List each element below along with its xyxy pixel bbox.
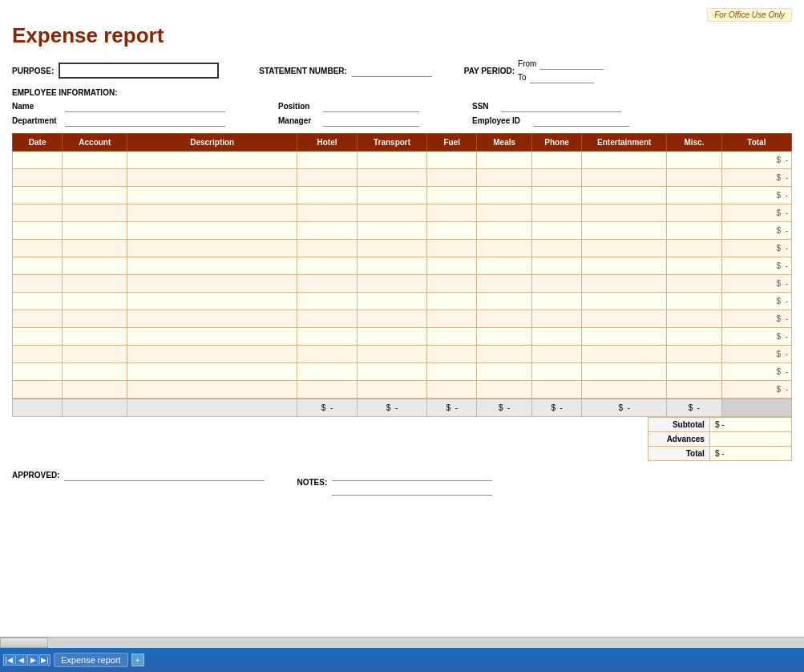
position-input[interactable] — [323, 100, 419, 112]
table-cell — [297, 275, 358, 293]
nav-first-arrow[interactable]: |◀ — [3, 654, 14, 666]
nav-next-arrow[interactable]: ▶ — [27, 654, 38, 666]
table-cell — [582, 187, 667, 204]
notes-group: NOTES: — [297, 469, 492, 496]
table-cell — [297, 240, 358, 257]
scroll-thumb[interactable] — [0, 638, 48, 648]
name-input[interactable] — [65, 100, 225, 112]
scroll-track[interactable] — [0, 638, 804, 648]
advances-row: Advances — [648, 432, 792, 447]
pay-period-label: PAY PERIOD: — [464, 67, 515, 75]
purpose-input[interactable] — [59, 63, 219, 79]
table-cell — [477, 293, 532, 310]
office-use-label: For Office Use Only — [707, 8, 792, 22]
from-input[interactable] — [539, 58, 604, 70]
table-cell — [127, 381, 297, 399]
table-cell — [297, 222, 358, 240]
nav-prev-arrow[interactable]: ◀ — [15, 654, 26, 666]
total-row: Total $ - — [648, 447, 792, 461]
table-cell — [357, 328, 426, 346]
table-cell — [63, 169, 127, 187]
table-cell — [477, 240, 532, 257]
ssn-input[interactable] — [501, 100, 621, 112]
table-cell — [127, 187, 297, 204]
top-form-row: PURPOSE: STATEMENT NUMBER: PAY PERIOD: F… — [12, 58, 792, 83]
table-cell — [127, 257, 297, 275]
table-cell — [127, 363, 297, 381]
table-cell — [582, 381, 667, 399]
department-input[interactable] — [65, 115, 225, 127]
table-cell — [531, 310, 581, 328]
table-cell — [582, 169, 667, 187]
table-cell — [667, 310, 722, 328]
table-cell — [667, 152, 722, 169]
statement-number-input[interactable] — [352, 65, 432, 77]
expense-tbody: $ -$ -$ -$ -$ -$ -$ -$ -$ -$ -$ -$ -$ -$… — [13, 152, 792, 399]
table-cell — [63, 275, 127, 293]
table-cell — [531, 363, 581, 381]
row-total: $ - — [721, 169, 791, 187]
notes-input-2[interactable] — [332, 484, 492, 496]
table-cell — [427, 328, 477, 346]
table-cell — [582, 257, 667, 275]
table-row: $ - — [13, 275, 792, 293]
row-total: $ - — [721, 346, 791, 363]
nav-last-arrow[interactable]: ▶| — [39, 654, 51, 666]
table-cell — [477, 257, 532, 275]
employee-id-input[interactable] — [533, 115, 629, 127]
approved-input[interactable] — [64, 469, 265, 481]
subtotal-value: $ - — [709, 418, 791, 432]
table-cell — [531, 187, 581, 204]
notes-input-1[interactable] — [332, 469, 492, 481]
table-cell — [427, 169, 477, 187]
table-cell — [582, 346, 667, 363]
page-title: Expense report — [12, 23, 792, 48]
table-row: $ - — [13, 381, 792, 399]
table-cell — [531, 152, 581, 169]
table-cell — [477, 310, 532, 328]
subtotal-amount: - — [721, 420, 724, 429]
row-total: $ - — [721, 240, 791, 257]
table-cell — [531, 204, 581, 222]
table-cell — [357, 204, 426, 222]
table-cell — [297, 257, 358, 275]
table-cell — [63, 240, 127, 257]
table-row: $ - — [13, 204, 792, 222]
table-row: $ - — [13, 328, 792, 346]
table-row: $ - — [13, 310, 792, 328]
table-cell — [63, 381, 127, 399]
add-sheet-btn[interactable]: + — [131, 654, 144, 666]
table-row: $ - — [13, 363, 792, 381]
table-cell — [127, 240, 297, 257]
table-cell — [357, 240, 426, 257]
table-cell — [63, 187, 127, 204]
to-input[interactable] — [530, 71, 594, 83]
employee-section: EMPLOYEE INFORMATION: Name Position SSN … — [12, 88, 792, 127]
row-total: $ - — [721, 293, 791, 310]
ssn-label: SSN — [472, 102, 496, 111]
table-cell — [531, 222, 581, 240]
table-cell — [667, 293, 722, 310]
total-misc: $ - — [667, 399, 722, 417]
advances-value — [709, 432, 791, 447]
sheet-tab[interactable]: Expense report — [54, 653, 128, 667]
from-label: From — [518, 59, 536, 68]
position-label: Position — [278, 102, 318, 111]
office-use-banner: For Office Use Only — [12, 8, 792, 22]
table-cell — [357, 169, 426, 187]
row-total: $ - — [721, 381, 791, 399]
col-transport: Transport — [357, 134, 426, 152]
table-cell — [427, 363, 477, 381]
table-cell — [427, 222, 477, 240]
notes-label: NOTES: — [297, 478, 327, 487]
table-cell — [63, 204, 127, 222]
row-total: $ - — [721, 363, 791, 381]
table-cell — [357, 152, 426, 169]
expense-table: Date Account Description Hotel Transport… — [12, 133, 792, 399]
approved-label: APPROVED: — [12, 471, 59, 480]
table-cell — [477, 363, 532, 381]
table-cell — [63, 293, 127, 310]
table-cell — [531, 346, 581, 363]
approved-group: APPROVED: — [12, 469, 265, 481]
manager-input[interactable] — [323, 115, 419, 127]
